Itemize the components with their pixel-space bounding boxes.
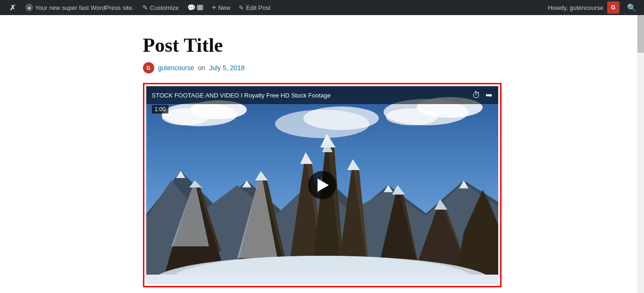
pencil-icon: ✎ — [142, 4, 148, 11]
admin-bar: ✗ ● Your new super fast WordPress site. … — [0, 0, 644, 15]
watch-later-icon[interactable]: ⏱ — [472, 90, 481, 100]
post-meta: G gutencourse on July 5, 2018 — [143, 62, 502, 73]
video-container: STOCK FOOTAGE AND VIDEO I Royalty Free H… — [146, 86, 498, 284]
howdy-text: Howdy, gutencourse — [548, 4, 603, 11]
plus-icon: + — [212, 3, 216, 12]
wp-logo-button[interactable]: ✗ — [4, 0, 21, 15]
customize-button[interactable]: ✎ Customize — [139, 0, 183, 15]
wp-logo-icon: ✗ — [8, 3, 17, 12]
share-icon[interactable]: ➥ — [485, 90, 493, 100]
comments-button[interactable]: 💬 0 — [184, 0, 207, 15]
video-top-icons: ⏱ ➥ — [472, 90, 493, 100]
customize-label: Customize — [150, 4, 179, 11]
author-link[interactable]: gutencourse — [158, 64, 194, 72]
on-label: on — [198, 64, 206, 72]
author-avatar-initials: G — [146, 65, 151, 71]
timestamp-badge: 1:00 — [152, 105, 168, 114]
svg-point-3 — [162, 108, 209, 125]
svg-point-8 — [303, 106, 379, 130]
video-block[interactable]: STOCK FOOTAGE AND VIDEO I Royalty Free H… — [143, 83, 502, 287]
edit-icon: ✎ — [239, 4, 244, 11]
new-label: New — [218, 4, 230, 11]
svg-point-6 — [386, 108, 438, 125]
site-icon: ● — [25, 4, 33, 11]
scrollbar-thumb[interactable] — [637, 15, 644, 53]
video-title-bar: STOCK FOOTAGE AND VIDEO I Royalty Free H… — [146, 86, 498, 104]
edit-post-button[interactable]: ✎ Edit Post — [235, 0, 274, 15]
date-link[interactable]: July 5, 2018 — [209, 64, 245, 72]
post-content-area: Post Title G gutencourse on July 5, 2018 — [143, 34, 502, 293]
site-name-button[interactable]: ● Your new super fast WordPress site. — [22, 0, 138, 15]
video-title-text: STOCK FOOTAGE AND VIDEO I Royalty Free H… — [152, 92, 331, 99]
comments-count: 0 — [197, 5, 203, 10]
svg-rect-42 — [146, 275, 498, 284]
user-avatar[interactable]: G — [607, 1, 619, 14]
new-content-button[interactable]: + New — [208, 0, 234, 15]
author-avatar: G — [143, 62, 154, 73]
play-triangle-icon — [318, 179, 329, 192]
page-content: Post Title G gutencourse on July 5, 2018 — [0, 15, 644, 293]
play-button[interactable] — [308, 171, 336, 199]
scrollbar[interactable] — [637, 15, 644, 293]
post-title: Post Title — [143, 34, 502, 57]
search-icon[interactable]: 🔍 — [623, 3, 640, 12]
avatar-initials: G — [611, 4, 615, 11]
site-name-label: Your new super fast WordPress site. — [35, 4, 134, 11]
edit-post-label: Edit Post — [246, 4, 270, 11]
comment-icon: 💬 — [187, 4, 195, 11]
